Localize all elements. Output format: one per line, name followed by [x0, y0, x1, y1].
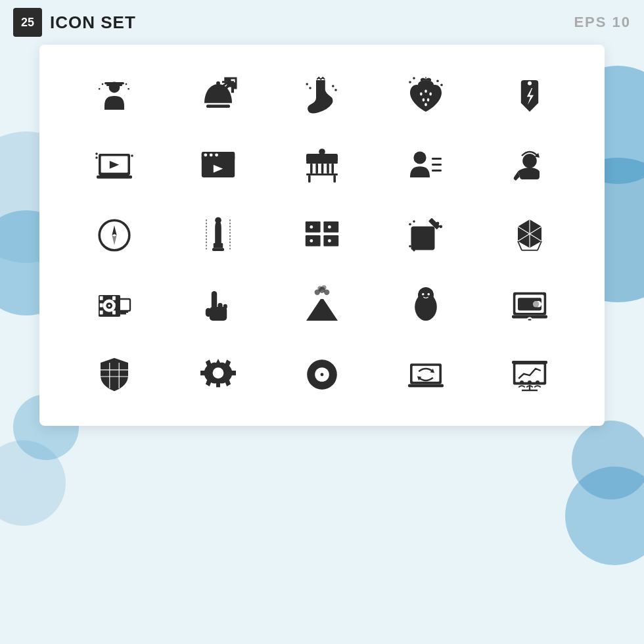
svg-rect-140 [512, 361, 547, 364]
svg-point-17 [427, 99, 430, 102]
svg-rect-73 [412, 227, 434, 249]
icon-user-list [377, 134, 474, 197]
svg-rect-53 [432, 170, 442, 172]
svg-point-78 [409, 223, 411, 225]
svg-point-31 [131, 154, 133, 157]
icon-gear [170, 343, 267, 406]
svg-point-80 [413, 249, 415, 252]
svg-point-24 [528, 81, 532, 85]
svg-rect-2 [99, 88, 100, 89]
svg-point-13 [420, 93, 423, 96]
icon-baby [377, 273, 474, 336]
svg-point-115 [422, 293, 425, 296]
svg-rect-135 [408, 384, 444, 387]
icon-laptop-sync [377, 343, 474, 406]
svg-rect-95 [112, 296, 116, 300]
svg-point-11 [332, 85, 334, 87]
svg-rect-40 [306, 173, 338, 175]
svg-rect-44 [327, 164, 329, 173]
badge-number: 25 [13, 8, 42, 37]
svg-rect-105 [223, 304, 227, 309]
svg-point-129 [213, 367, 224, 379]
svg-point-68 [310, 225, 313, 229]
svg-rect-51 [432, 158, 442, 160]
header-title: ICON SET [50, 12, 136, 33]
svg-point-114 [418, 287, 434, 303]
svg-point-36 [210, 153, 213, 156]
icon-chess [170, 204, 267, 267]
svg-rect-4 [127, 88, 129, 89]
svg-rect-42 [315, 164, 318, 173]
svg-point-9 [309, 87, 311, 89]
svg-rect-6 [104, 82, 124, 85]
svg-rect-99 [118, 311, 128, 313]
svg-rect-41 [310, 164, 313, 173]
svg-rect-102 [206, 308, 211, 317]
svg-marker-58 [112, 235, 116, 245]
icon-compass [66, 204, 163, 267]
icon-grid [66, 64, 578, 406]
svg-point-71 [328, 239, 331, 242]
svg-rect-94 [100, 310, 103, 314]
icon-laptop-video [66, 134, 163, 197]
svg-rect-3 [126, 83, 127, 85]
icon-film-roll [66, 273, 163, 336]
svg-point-110 [324, 290, 329, 295]
svg-point-15 [429, 93, 432, 96]
icon-set-card [39, 45, 605, 426]
icon-3d-object [481, 204, 578, 267]
svg-marker-106 [306, 297, 338, 321]
svg-point-79 [409, 245, 411, 248]
svg-rect-64 [306, 221, 321, 233]
icon-browser-play [170, 134, 267, 197]
svg-rect-47 [333, 175, 336, 183]
svg-point-69 [328, 225, 331, 229]
svg-rect-103 [212, 291, 217, 309]
svg-point-50 [413, 151, 426, 164]
icon-strawberry [377, 64, 474, 127]
svg-point-145 [536, 380, 540, 384]
icon-storage [273, 204, 371, 267]
svg-rect-93 [100, 304, 103, 308]
svg-point-144 [528, 380, 532, 384]
icon-sock [273, 64, 371, 127]
svg-point-75 [436, 222, 440, 225]
svg-point-37 [215, 153, 218, 156]
svg-rect-97 [112, 310, 116, 314]
svg-point-21 [436, 80, 439, 82]
header: 25 ICON SET EPS 10 [0, 0, 644, 45]
icon-donut [273, 343, 371, 406]
svg-point-132 [321, 373, 324, 377]
svg-point-35 [204, 153, 207, 156]
icon-shield-grid [66, 343, 163, 406]
svg-point-70 [310, 239, 313, 242]
svg-point-112 [321, 285, 326, 290]
svg-point-54 [522, 154, 537, 168]
svg-rect-1 [102, 83, 103, 85]
svg-point-143 [520, 380, 524, 384]
svg-rect-34 [202, 156, 235, 160]
svg-rect-101 [210, 307, 227, 321]
svg-point-8 [216, 81, 220, 85]
svg-rect-96 [112, 304, 116, 308]
svg-rect-60 [214, 243, 223, 248]
icon-sustainability [481, 134, 578, 197]
svg-rect-52 [432, 164, 442, 166]
svg-point-49 [319, 149, 325, 155]
svg-point-12 [334, 89, 337, 91]
svg-marker-57 [112, 225, 116, 235]
svg-rect-104 [218, 303, 222, 309]
svg-point-111 [317, 286, 322, 290]
icon-crib [273, 134, 371, 197]
icon-digital-wallet [481, 273, 578, 336]
svg-point-116 [427, 293, 430, 296]
svg-point-77 [413, 220, 415, 223]
svg-rect-45 [331, 164, 334, 173]
svg-rect-100 [120, 313, 126, 314]
svg-point-16 [423, 99, 425, 102]
svg-rect-27 [97, 175, 132, 179]
svg-rect-43 [321, 164, 324, 173]
icon-worker [66, 64, 163, 127]
svg-rect-48 [306, 154, 338, 162]
svg-rect-124 [528, 319, 532, 321]
